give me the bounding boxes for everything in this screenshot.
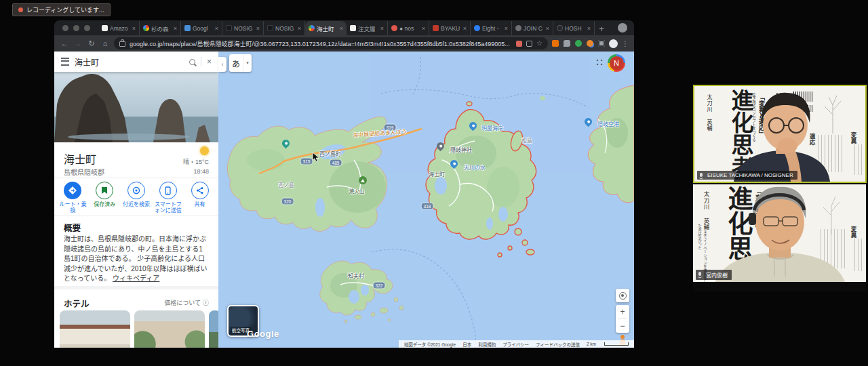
close-tab-icon[interactable]: × <box>132 25 136 32</box>
video-tile-tachikawa[interactable]: 太刀川 英輔 進化思考 生き残るコンセプトをつくる 「変異と適応」 進化 適応 … <box>693 85 867 183</box>
map-label-oki-shrine[interactable]: 隠岐神社 <box>450 146 472 153</box>
maps-search-box[interactable]: 海士町 × <box>54 52 218 72</box>
map-label-oki-airport[interactable]: 隠岐空港 <box>597 120 619 127</box>
google-account-avatar[interactable]: N <box>608 54 625 72</box>
map-label-takuhi[interactable]: 焼火山 <box>349 187 365 195</box>
map-attribution-bar: 地図データ ©2021 Google 日本 利用規約 プライバシー フィードバッ… <box>399 340 634 348</box>
search-icon[interactable] <box>189 59 195 65</box>
scale-bar <box>604 342 629 346</box>
forward-button[interactable]: → <box>73 39 83 47</box>
tab-strip: Amazo× 杉の森× Googl× NOSIG× NOSIG× 海士町× 注文… <box>54 20 634 35</box>
bookmark-icon <box>96 182 113 199</box>
zoom-in-button[interactable]: + <box>616 305 629 319</box>
extension-icon-3[interactable] <box>575 40 582 47</box>
close-tab-icon[interactable]: × <box>340 25 343 32</box>
close-tab-icon[interactable]: × <box>546 25 549 32</box>
close-tab-icon[interactable]: × <box>380 25 384 32</box>
search-input[interactable]: 海士町 <box>75 56 184 68</box>
search-nearby-button[interactable]: 付近を検索 <box>121 182 152 214</box>
extension-icon-4[interactable] <box>587 40 593 47</box>
close-tab-icon[interactable]: × <box>505 25 508 32</box>
extension-icon-2[interactable] <box>564 40 570 47</box>
place-subtitle: 島根県隠岐郡 <box>64 167 104 177</box>
map-label-ama-cho[interactable]: 海士町 <box>429 170 445 178</box>
directions-button[interactable]: ルート・乗換 <box>57 182 88 214</box>
video-tile-miyauchi[interactable]: 太刀川 英輔 進化思考 「変異と適応」 ここまでイノベーションを体系化した本はな… <box>693 184 866 291</box>
place-title: 海士町 <box>64 150 96 167</box>
tab-order-history[interactable]: 注文履× <box>347 21 388 35</box>
bookmark-star-icon[interactable]: ☆ <box>536 40 542 47</box>
back-button[interactable]: ← <box>60 39 69 47</box>
weather-text: 晴・15°C <box>183 157 209 166</box>
close-tab-icon[interactable]: × <box>422 25 425 32</box>
share-icon <box>191 182 209 199</box>
input-method-button[interactable]: あ ▾ <box>229 54 252 72</box>
lock-icon <box>119 41 125 47</box>
privacy-link[interactable]: プライバシー <box>502 341 529 348</box>
home-button[interactable]: ⌂ <box>100 39 110 47</box>
map-label-chibu-mura[interactable]: 知夫村 <box>348 272 364 279</box>
tab-ama-cho-active[interactable]: 海士町× <box>305 21 347 35</box>
browser-menu-icon[interactable]: ⋮ <box>622 40 629 47</box>
hotel-card[interactable] <box>60 310 130 348</box>
browser-profile-avatar[interactable] <box>609 39 618 48</box>
mountain-icon-takuhi[interactable] <box>359 176 367 184</box>
hotel-cards <box>60 310 218 348</box>
close-tab-icon[interactable]: × <box>215 25 218 32</box>
map-canvas[interactable]: 319 315 485 320 318 322 海中展望船あまんぼう 西ノ島町 … <box>218 52 634 348</box>
close-window-button[interactable] <box>62 25 68 31</box>
tab-join[interactable]: JOIN C× <box>512 21 553 35</box>
pricing-info-link[interactable]: 価格について ⓘ <box>164 298 209 307</box>
saved-button[interactable]: 保存済み <box>89 182 120 214</box>
tab-byaku[interactable]: BYAKU× <box>429 21 471 35</box>
clear-search-icon[interactable]: × <box>207 57 212 66</box>
feedback-link[interactable]: フィードバックの送信 <box>536 341 580 348</box>
google-apps-grid-icon[interactable] <box>595 58 604 67</box>
extension-icon-1[interactable] <box>552 40 559 47</box>
media-control-icon[interactable] <box>618 23 627 33</box>
close-tab-icon[interactable]: × <box>298 25 301 32</box>
tab-eight[interactable]: Eight -× <box>471 21 512 35</box>
amazon-favicon <box>102 25 108 31</box>
divider <box>54 216 218 216</box>
maximize-window-button[interactable] <box>84 25 90 31</box>
tab-nosigner-2[interactable]: NOSIG× <box>264 21 305 35</box>
browser-window: Amazo× 杉の森× Googl× NOSIG× NOSIG× 海士町× 注文… <box>54 20 634 348</box>
close-tab-icon[interactable]: × <box>587 25 591 32</box>
address-bar[interactable]: google.co.jp/maps/place/島根県隠岐郡海士町/@36.06… <box>114 37 548 49</box>
menu-hamburger-icon[interactable] <box>61 58 69 66</box>
share-button[interactable]: 共有 <box>184 182 216 214</box>
hotel-card[interactable] <box>209 310 218 348</box>
place-photo[interactable] <box>54 72 218 142</box>
tab-nosigner-1[interactable]: NOSIG× <box>222 21 264 35</box>
translate-icon[interactable] <box>516 41 522 47</box>
tab-suginomori[interactable]: 杉の森× <box>140 21 181 35</box>
wikipedia-link[interactable]: ウィキペディア <box>113 274 159 282</box>
tab-hosh[interactable]: HOSH× <box>553 21 595 35</box>
my-location-button[interactable] <box>616 289 629 302</box>
terms-link[interactable]: 利用規約 <box>478 341 496 348</box>
close-tab-icon[interactable]: × <box>463 25 467 32</box>
phone-icon <box>159 182 177 199</box>
tab-amazon[interactable]: Amazo× <box>98 21 140 35</box>
pegman-icon <box>620 335 625 339</box>
reload-button[interactable]: ↻ <box>87 39 96 48</box>
close-tab-icon[interactable]: × <box>256 25 260 32</box>
tab-google[interactable]: Googl× <box>181 21 222 35</box>
map-label-akiya-coast[interactable]: 明屋海岸 <box>481 124 503 131</box>
zoom-out-button[interactable]: − <box>616 319 629 333</box>
map-label-nishinoshima-cho[interactable]: 西ノ島町 <box>319 150 341 157</box>
puzzle-extensions-icon[interactable] <box>598 40 605 47</box>
map-label-matsushima[interactable]: 松島 <box>522 136 532 144</box>
close-tab-icon[interactable]: × <box>174 25 177 32</box>
google-maps-favicon <box>309 25 315 31</box>
panel-collapse-button[interactable]: ‹ <box>218 57 226 72</box>
map-label-nishinoshima[interactable]: 西ノ島 <box>279 181 294 188</box>
tab-nos[interactable]: ● nos× <box>388 21 429 35</box>
new-tab-button[interactable]: + <box>595 22 608 35</box>
hotel-card[interactable] <box>134 310 205 348</box>
send-to-device-icon[interactable] <box>526 41 532 47</box>
minimize-window-button[interactable] <box>73 25 79 31</box>
send-to-phone-button[interactable]: スマートフォンに送信 <box>153 182 184 214</box>
map-label-amakawa-water[interactable]: 天川の水 <box>464 163 486 171</box>
